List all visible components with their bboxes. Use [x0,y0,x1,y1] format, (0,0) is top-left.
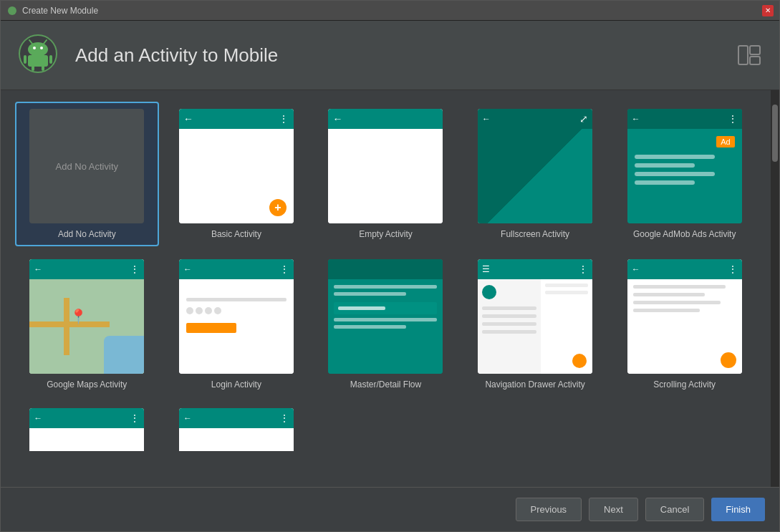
fullscreen-arrow: ← [482,114,491,124]
card-label-admob: Google AdMob Ads Activity [633,229,736,239]
basic-fab: + [269,199,287,216]
card-label-master: Master/Detail Flow [350,379,421,390]
card-no-activity[interactable]: Add No Activity Add No Activity [15,102,159,246]
card-label-scrolling: Scrolling Activity [653,379,716,390]
master-line-3 [334,318,437,321]
nav-drawer-line-2 [482,314,536,318]
nav-drawer-line-4 [482,330,536,334]
master-line-1 [334,285,437,289]
title-bar: Create New Module ✕ [1,1,779,21]
scrollbar[interactable] [771,90,779,487]
card-admob-activity[interactable]: ← ⋮ Ad Google AdMob Ads Activity [612,102,756,246]
nav-content-line-1 [545,284,588,287]
empty-back-arrow: ← [332,113,342,125]
master-line-4 [334,325,406,329]
content-area: Add No Activity Add No Activity ← ⋮ + [1,90,779,487]
layout-icon [736,42,762,68]
nav-drawer-avatar [482,285,496,299]
cancel-button[interactable]: Cancel [645,498,704,521]
card-master-detail[interactable]: Master/Detail Flow [314,252,458,397]
login-password-dots [186,307,287,314]
admob-line-1 [635,155,715,159]
svg-rect-12 [738,46,748,64]
login-btn [186,323,236,333]
maps-arrow: ← [34,264,42,274]
master-card [334,302,437,314]
card-maps-activity[interactable]: ← ⋮ 📍 Google Maps Activity [15,252,159,397]
window-icon [6,5,18,16]
map-water [104,336,144,374]
admob-line-3 [635,172,715,176]
nav-drawer-panel [478,279,541,374]
partial1-arrow: ← [34,413,42,423]
card-basic-activity[interactable]: ← ⋮ + Basic Activity [165,102,309,246]
master-bar [328,259,443,279]
partial2-arrow: ← [183,413,192,423]
svg-point-2 [28,42,48,57]
map-road-vertical [64,298,69,354]
nav-hamburger: ☰ [482,264,490,274]
card-label-basic: Basic Activity [211,229,261,239]
card-login-activity[interactable]: ← ⋮ [165,252,309,397]
card-nav-drawer[interactable]: ☰ ⋮ [463,252,607,397]
card-fullscreen-activity[interactable]: ← ⤢ Fullscreen Activity [463,102,607,246]
scroll-line-4 [633,309,700,312]
scroll-arrow: ← [632,264,640,274]
svg-rect-8 [24,55,27,64]
fullscreen-expand-icon: ⤢ [579,113,588,125]
login-field-1 [186,298,287,301]
nav-fab [572,354,587,368]
close-button[interactable]: ✕ [762,5,774,16]
card-scrolling-activity[interactable]: ← ⋮ Scrolling Activity [612,252,756,397]
nav-content-line-2 [545,291,588,294]
master-card-line [338,306,385,310]
scrollbar-thumb[interactable] [772,105,778,162]
title-bar-text: Create New Module [22,6,762,16]
no-activity-label-inner: Add No Activity [56,161,118,172]
svg-rect-14 [750,57,760,64]
card-label-maps: Google Maps Activity [47,379,127,390]
svg-rect-10 [32,65,34,71]
admob-arrow: ← [632,114,640,124]
admob-dots: ⋮ [728,113,738,125]
admob-line-2 [635,163,695,168]
admob-line-4 [635,180,695,185]
card-partial-1[interactable]: ← ⋮ [15,402,159,457]
basic-back-arrow: ← [183,113,193,125]
basic-menu-dots: ⋮ [279,113,289,125]
card-label-empty: Empty Activity [359,229,413,239]
scroll-fab [721,352,736,368]
previous-button[interactable]: Previous [516,498,582,521]
window: Create New Module ✕ [0,0,780,532]
partial1-dots: ⋮ [130,412,140,424]
android-logo [18,34,61,77]
svg-rect-7 [28,55,48,67]
header: Add an Activity to Mobile [1,21,779,90]
nav-drawer-line-1 [482,306,536,310]
svg-rect-9 [49,55,52,64]
footer: Previous Next Cancel Finish [1,487,779,531]
svg-rect-11 [42,65,44,71]
scroll-line-1 [633,285,726,289]
card-label-no-activity: Add No Activity [58,229,116,239]
map-pin: 📍 [69,308,87,325]
nav-dots: ⋮ [578,263,588,275]
next-button[interactable]: Next [589,498,638,521]
scroll-line-3 [633,301,721,304]
ad-badge: Ad [716,136,734,147]
scroll-dots: ⋮ [728,263,738,275]
finish-button[interactable]: Finish [711,498,765,521]
card-label-login: Login Activity [211,379,261,390]
page-title: Add an Activity to Mobile [75,44,278,67]
maps-dots: ⋮ [130,263,140,275]
scroll-line-2 [633,293,706,296]
card-partial-2[interactable]: ← ⋮ [165,402,309,457]
card-label-fullscreen: Fullscreen Activity [501,229,569,239]
svg-point-0 [8,6,16,15]
card-empty-activity[interactable]: ← Empty Activity [314,102,458,246]
activity-grid: Add No Activity Add No Activity ← ⋮ + [1,90,771,487]
login-arrow: ← [183,264,192,274]
svg-point-6 [40,47,43,49]
card-label-nav: Navigation Drawer Activity [485,379,584,390]
svg-point-5 [33,47,36,49]
